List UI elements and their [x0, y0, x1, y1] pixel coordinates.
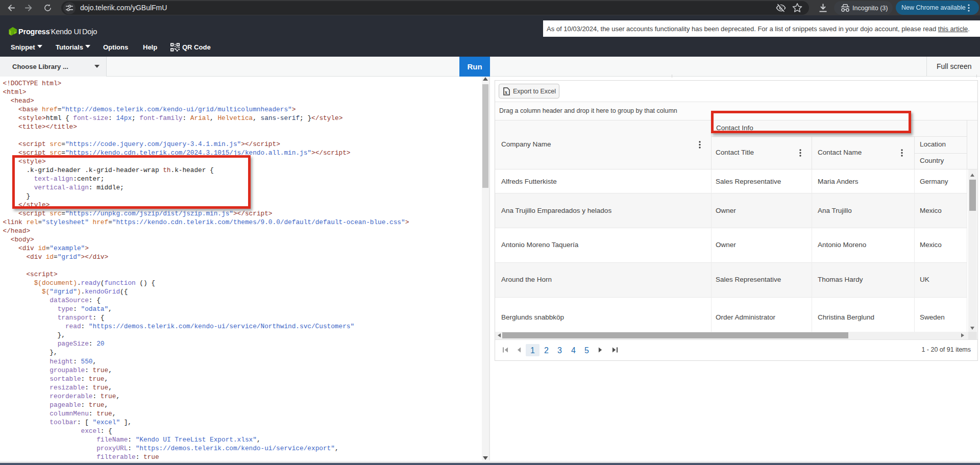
svg-text:x: x [505, 89, 507, 95]
